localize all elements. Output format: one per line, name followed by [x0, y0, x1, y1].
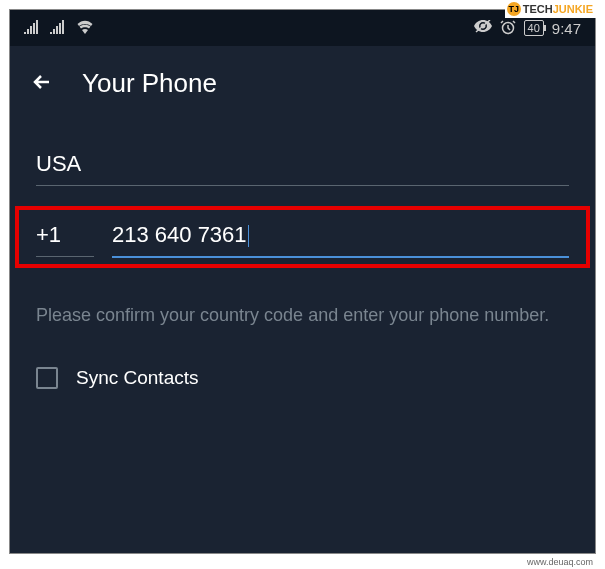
phone-number-input[interactable]: 213 640 7361 [112, 222, 569, 258]
app-window: 40 9:47 Your Phone USA +1 213 640 7361 P… [9, 9, 596, 554]
text-cursor [248, 225, 249, 247]
tj-logo-icon: TJ [507, 2, 521, 16]
country-selector[interactable]: USA [36, 151, 569, 186]
battery-indicator: 40 [524, 20, 544, 36]
eye-icon [474, 20, 492, 37]
watermark-junkie: JUNKIE [553, 3, 593, 15]
content: USA +1 213 640 7361 Please confirm your … [10, 121, 595, 389]
sync-contacts-checkbox[interactable] [36, 367, 58, 389]
wifi-icon [76, 20, 94, 37]
watermark-techjunkie: TJ TECH JUNKIE [505, 0, 597, 18]
alarm-icon [500, 19, 516, 38]
header: Your Phone [10, 46, 595, 121]
sync-contacts-label: Sync Contacts [76, 367, 199, 389]
watermark-tech: TECH [523, 3, 553, 15]
status-left [24, 20, 94, 37]
signal-icon-2 [50, 20, 66, 37]
phone-number-value: 213 640 7361 [112, 222, 247, 247]
sync-contacts-row[interactable]: Sync Contacts [36, 367, 569, 389]
page-title: Your Phone [82, 68, 217, 99]
helper-text: Please confirm your country code and ent… [36, 302, 569, 329]
phone-row: +1 213 640 7361 [36, 222, 569, 258]
status-time: 9:47 [552, 20, 581, 37]
back-button[interactable] [30, 70, 54, 98]
country-code-input[interactable]: +1 [36, 222, 94, 257]
signal-icon-1 [24, 20, 40, 37]
status-right: 40 9:47 [474, 19, 581, 38]
watermark-url: www.deuaq.com [527, 557, 593, 567]
